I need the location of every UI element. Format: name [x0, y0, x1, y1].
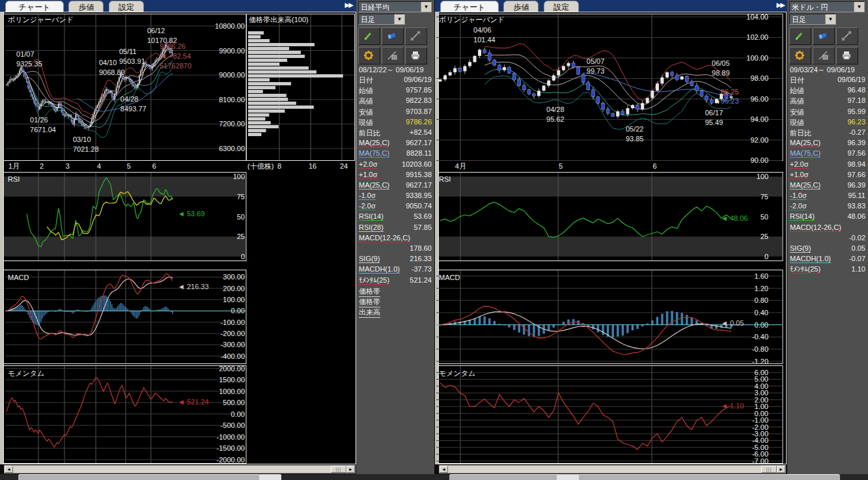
- indicator-label[interactable]: 価格帯: [359, 287, 380, 297]
- indicator-label[interactable]: MA(25,C): [790, 139, 820, 147]
- indicator-row: RSI(14)53.69: [356, 212, 434, 223]
- indicator-value: 1.10: [852, 265, 865, 273]
- print-button[interactable]: [405, 47, 427, 64]
- indicator-label[interactable]: SIG(9): [359, 255, 380, 263]
- eraser-button[interactable]: [382, 27, 404, 45]
- indicator-row: 安値9703.87: [356, 107, 434, 118]
- svg-text:ボリンジャーバンド: ボリンジャーバンド: [439, 16, 505, 23]
- tab-chart[interactable]: チャート: [5, 1, 64, 12]
- svg-text:MACD: MACD: [8, 274, 29, 281]
- trendline-icon: [837, 35, 852, 42]
- indicator-label: 安値: [790, 107, 804, 117]
- svg-text:100: 100: [757, 173, 768, 180]
- indicator-label[interactable]: MACDH(1.0): [790, 255, 831, 263]
- indicator-label[interactable]: ﾓﾒﾝﾀﾑ(25): [790, 265, 820, 274]
- svg-text:98.00: 98.00: [750, 74, 768, 82]
- indicator-value: 9627.17: [406, 139, 432, 147]
- indicator-label[interactable]: MA(25,C): [790, 181, 820, 190]
- indicator-value: 09/06/19: [404, 76, 432, 83]
- indicator-label[interactable]: 出来高: [359, 307, 380, 318]
- settings-button[interactable]: [358, 47, 380, 64]
- scroll-right-icon[interactable]: ►: [346, 466, 355, 473]
- indicator-value: 53.69: [413, 212, 432, 220]
- trendline-remove-button[interactable]: [813, 47, 835, 64]
- indicator-label[interactable]: +2.0σ: [790, 160, 809, 169]
- nikkei-chart-window[interactable]: 10800.009900.009000.008100.007200.006300…: [0, 12, 356, 464]
- indicator-label[interactable]: MA(25,C): [359, 139, 389, 147]
- indicator-label[interactable]: -2.0σ: [359, 202, 376, 210]
- indicator-label[interactable]: RSI(14): [790, 212, 815, 221]
- indicator-label[interactable]: -2.0σ: [790, 202, 807, 210]
- tab-chart[interactable]: チャート: [440, 1, 499, 12]
- indicator-label[interactable]: 価格帯: [359, 297, 380, 307]
- indicator-label[interactable]: MACD(12-26,C): [790, 223, 841, 232]
- indicator-label[interactable]: +1.0σ: [359, 171, 378, 179]
- tab-quotes[interactable]: 歩値: [503, 1, 539, 12]
- chevron-down-icon[interactable]: ▼: [394, 14, 404, 24]
- indicator-label[interactable]: MA(75,C): [790, 149, 820, 158]
- scroll-thumb[interactable]: |||: [331, 466, 346, 473]
- minimized-window-edge[interactable]: [449, 474, 840, 480]
- indicator-label[interactable]: RSI(28): [359, 223, 384, 232]
- tab-quotes[interactable]: 歩値: [68, 1, 104, 12]
- tab-settings[interactable]: 設定: [544, 1, 579, 12]
- indicator-value: 9627.17: [406, 181, 432, 189]
- indicator-value: -0.02: [849, 234, 865, 242]
- svg-text:-400.00: -400.00: [221, 352, 245, 360]
- indicator-row: 高値97.18: [787, 96, 868, 107]
- chevron-down-icon[interactable]: ▼: [854, 2, 864, 12]
- indicator-label[interactable]: MA(25,C): [359, 181, 389, 190]
- period-select[interactable]: 日足 ▼: [789, 14, 836, 25]
- indicator-label[interactable]: -1.0σ: [790, 191, 807, 200]
- indicator-label[interactable]: +1.0σ: [790, 171, 809, 179]
- scroll-right-icon[interactable]: ►: [777, 466, 785, 473]
- nikkei-tabbar: チャート 歩値 設定 ▶▶: [0, 0, 356, 12]
- instrument-select[interactable]: 米ドル・円 ▼: [789, 1, 865, 12]
- drawing-toolbar: [358, 27, 434, 66]
- indicator-value: 95.99: [847, 107, 865, 115]
- usdjpy-chart-window[interactable]: 104.00102.00100.0098.0096.0094.0092.0090…: [435, 12, 787, 464]
- svg-text:9900.00: 9900.00: [219, 47, 245, 55]
- print-button[interactable]: [836, 47, 858, 64]
- svg-text:0.80: 0.80: [755, 296, 768, 304]
- indicator-label[interactable]: -1.0σ: [359, 191, 376, 200]
- eraser-button[interactable]: [813, 27, 835, 45]
- chevron-down-icon[interactable]: ▼: [825, 14, 835, 24]
- indicator-label[interactable]: MACD(12-26,C): [359, 234, 410, 242]
- indicator-row: 現値9786.26: [356, 118, 434, 128]
- pencil-button[interactable]: [789, 27, 811, 45]
- indicator-label[interactable]: +2.0σ: [359, 160, 378, 169]
- usdjpy-hscrollbar[interactable]: ◄ ||| ►: [439, 465, 786, 473]
- svg-text:95.49: 95.49: [705, 119, 723, 126]
- fast-forward-icon[interactable]: ▶▶: [777, 1, 784, 8]
- indicator-label[interactable]: RSI(14): [359, 212, 384, 221]
- fast-forward-icon[interactable]: ▶▶: [345, 1, 352, 8]
- chevron-down-icon[interactable]: ▼: [421, 2, 431, 12]
- svg-text:04/28: 04/28: [120, 95, 139, 103]
- scroll-track[interactable]: [13, 466, 331, 473]
- instrument-select[interactable]: 日経平均 ▼: [358, 1, 432, 12]
- period-select[interactable]: 日足 ▼: [358, 14, 405, 25]
- indicator-label[interactable]: MA(75,C): [359, 149, 389, 158]
- pencil-button[interactable]: [358, 27, 380, 45]
- scroll-thumb[interactable]: |||: [761, 466, 777, 473]
- trendline-remove-button[interactable]: [382, 47, 404, 64]
- svg-text:3: 3: [66, 162, 70, 170]
- minimized-window-tab[interactable]: [259, 474, 281, 480]
- tab-settings[interactable]: 設定: [109, 1, 144, 12]
- indicator-label[interactable]: SIG(9): [790, 244, 811, 253]
- settings-button[interactable]: [789, 47, 811, 64]
- minimized-window-edge[interactable]: [18, 474, 260, 480]
- indicator-label[interactable]: MACDH(1.0): [359, 265, 400, 274]
- trendline-button[interactable]: [836, 27, 858, 45]
- scroll-track[interactable]: [448, 466, 761, 473]
- svg-text:7200.00: 7200.00: [219, 120, 245, 128]
- minimized-window-tab[interactable]: [557, 474, 579, 480]
- scroll-left-icon[interactable]: ◄: [5, 466, 13, 473]
- trendline-button[interactable]: [405, 27, 427, 45]
- indicator-label[interactable]: ﾓﾒﾝﾀﾑ(25): [359, 276, 389, 285]
- svg-text:モメンタム: モメンタム: [8, 369, 44, 377]
- scroll-left-icon[interactable]: ◄: [440, 466, 448, 473]
- nikkei-hscrollbar[interactable]: ◄ ||| ►: [4, 465, 356, 473]
- indicator-row: RSI(14)48.06: [787, 212, 868, 223]
